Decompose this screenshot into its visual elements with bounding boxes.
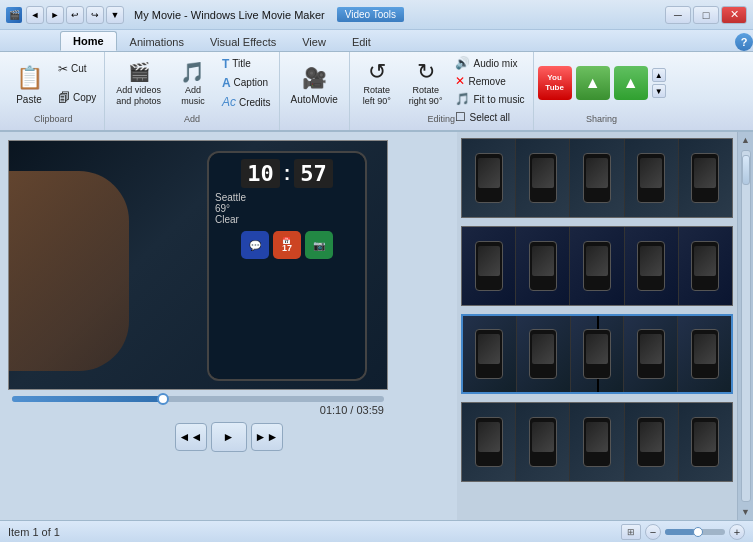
tab-animations[interactable]: Animations bbox=[117, 31, 197, 51]
zoom-in-button[interactable]: + bbox=[729, 524, 745, 540]
progress-area: 01:10 / 03:59 bbox=[8, 396, 388, 416]
film-frame bbox=[516, 139, 570, 217]
remove-icon: ✕ bbox=[455, 74, 465, 88]
rotate-right-button[interactable]: ↻ Rotateright 90° bbox=[402, 54, 450, 112]
progress-track[interactable] bbox=[12, 396, 384, 402]
credits-icon: Ac bbox=[222, 95, 236, 109]
thumb-phone bbox=[583, 329, 611, 379]
thumb-phone bbox=[529, 417, 557, 467]
thumb-phone bbox=[475, 417, 503, 467]
progress-thumb[interactable] bbox=[157, 393, 169, 405]
rotate-right-label: Rotateright 90° bbox=[409, 85, 443, 107]
ribbon-scroll-up[interactable]: ▲ bbox=[652, 68, 666, 82]
tab-home[interactable]: Home bbox=[60, 31, 117, 51]
redo-button[interactable]: ↪ bbox=[86, 6, 104, 24]
ribbon-scroll-down[interactable]: ▼ bbox=[652, 84, 666, 98]
editing-group: ↺ Rotateleft 90° ↻ Rotateright 90° 🔊 Aud… bbox=[350, 52, 534, 130]
film-clip-1[interactable] bbox=[461, 138, 733, 218]
title-button[interactable]: T Title bbox=[218, 55, 275, 73]
view-mode-button[interactable]: ⊞ bbox=[621, 524, 641, 540]
caption-icon: A bbox=[222, 76, 231, 90]
thumb-phone bbox=[637, 329, 665, 379]
add-group: 🎬 Add videosand photos 🎵 Addmusic T Titl… bbox=[105, 52, 279, 130]
credits-button[interactable]: Ac Credits bbox=[218, 93, 275, 111]
rewind-icon: ◄◄ bbox=[179, 430, 203, 444]
film-frame bbox=[570, 403, 624, 481]
share2-button[interactable]: ▲ bbox=[614, 66, 648, 100]
rotate-left-button[interactable]: ↺ Rotateleft 90° bbox=[354, 54, 400, 112]
fit-to-music-button[interactable]: 🎵 Fit to music bbox=[451, 90, 528, 108]
play-icon: ► bbox=[223, 430, 235, 444]
film-frame bbox=[679, 403, 732, 481]
film-frame bbox=[570, 139, 624, 217]
thumb-phone bbox=[691, 329, 719, 379]
filmstrip-container: ▲ ▼ bbox=[457, 132, 753, 520]
add-videos-icon: 🎬 bbox=[123, 59, 155, 85]
tab-edit[interactable]: Edit bbox=[339, 31, 384, 51]
add-music-button[interactable]: 🎵 Addmusic bbox=[170, 54, 216, 112]
messages-icon: 💬 bbox=[241, 231, 269, 259]
film-frame bbox=[570, 227, 624, 305]
tab-view[interactable]: View bbox=[289, 31, 339, 51]
status-right: ⊞ − + bbox=[621, 524, 745, 540]
video-frame: 10 : 57 Seattle 69° Clear 💬 bbox=[8, 140, 388, 390]
help-button[interactable]: ? bbox=[735, 33, 753, 51]
automovie-button[interactable]: 🎥 AutoMovie bbox=[284, 54, 345, 112]
title-bar: 🎬 ◄ ► ↩ ↪ ▼ My Movie - Windows Live Movi… bbox=[0, 0, 753, 30]
phone-screen: 10 : 57 Seattle 69° Clear 💬 bbox=[207, 151, 367, 381]
thumb-phone bbox=[529, 329, 557, 379]
calendar-icon: 📅17 bbox=[273, 231, 301, 259]
back-button[interactable]: ◄ bbox=[26, 6, 44, 24]
copy-label: Copy bbox=[73, 92, 96, 103]
time-display: 01:10 / 03:59 bbox=[12, 404, 384, 416]
zoom-slider[interactable] bbox=[665, 529, 725, 535]
film-clip-2[interactable] bbox=[461, 226, 733, 306]
film-clip-4[interactable] bbox=[461, 402, 733, 482]
fit-to-music-icon: 🎵 bbox=[455, 92, 470, 106]
paste-button[interactable]: 📋 Paste bbox=[6, 54, 52, 112]
qat-dropdown[interactable]: ▼ bbox=[106, 6, 124, 24]
minimize-button[interactable]: ─ bbox=[665, 6, 691, 24]
add-videos-button[interactable]: 🎬 Add videosand photos bbox=[109, 54, 168, 112]
thumb-phone bbox=[529, 241, 557, 291]
filmstrip-scrollbar: ▲ ▼ bbox=[737, 132, 753, 520]
film-frame bbox=[679, 139, 732, 217]
status-text: Item 1 of 1 bbox=[8, 526, 60, 538]
maximize-button[interactable]: □ bbox=[693, 6, 719, 24]
film-clip-3[interactable] bbox=[461, 314, 733, 394]
share1-button[interactable]: ▲ bbox=[576, 66, 610, 100]
thumb-phone bbox=[637, 241, 665, 291]
forward-button[interactable]: ► bbox=[46, 6, 64, 24]
remove-button[interactable]: ✕ Remove bbox=[451, 72, 528, 90]
film-frame bbox=[517, 316, 571, 392]
tab-visual-effects[interactable]: Visual Effects bbox=[197, 31, 289, 51]
film-frame bbox=[624, 316, 678, 392]
fast-forward-button[interactable]: ►► bbox=[251, 423, 283, 451]
video-preview-area: 10 : 57 Seattle 69° Clear 💬 bbox=[0, 132, 457, 520]
ribbon-tabs: Home Animations Visual Effects View Edit… bbox=[0, 30, 753, 52]
audio-mix-button[interactable]: 🔊 Audio mix bbox=[451, 54, 528, 72]
play-button[interactable]: ► bbox=[211, 422, 247, 452]
undo-button[interactable]: ↩ bbox=[66, 6, 84, 24]
camera-icon: 📷 bbox=[305, 231, 333, 259]
zoom-out-button[interactable]: − bbox=[645, 524, 661, 540]
scroll-up-button[interactable]: ▲ bbox=[738, 132, 754, 148]
thumb-phone bbox=[691, 153, 719, 203]
youtube-button[interactable]: YouTube bbox=[538, 66, 572, 100]
zoom-thumb[interactable] bbox=[693, 527, 703, 537]
sharing-group: YouTube ▲ ▲ ▲ ▼ Sharing bbox=[534, 52, 670, 130]
thumb-phone bbox=[583, 241, 611, 291]
copy-button[interactable]: 🗐 Copy bbox=[54, 89, 100, 107]
automovie-group: 🎥 AutoMovie bbox=[280, 52, 350, 130]
film-frame bbox=[516, 403, 570, 481]
film-frame bbox=[679, 227, 732, 305]
scroll-thumb[interactable] bbox=[742, 155, 750, 185]
scroll-down-button[interactable]: ▼ bbox=[738, 504, 754, 520]
scroll-track[interactable] bbox=[741, 150, 751, 502]
caption-button[interactable]: A Caption bbox=[218, 74, 275, 92]
playback-controls: ◄◄ ► ►► bbox=[8, 422, 449, 452]
close-button[interactable]: ✕ bbox=[721, 6, 747, 24]
cut-button[interactable]: ✂ Cut bbox=[54, 60, 100, 78]
film-frame bbox=[571, 316, 625, 392]
rewind-button[interactable]: ◄◄ bbox=[175, 423, 207, 451]
